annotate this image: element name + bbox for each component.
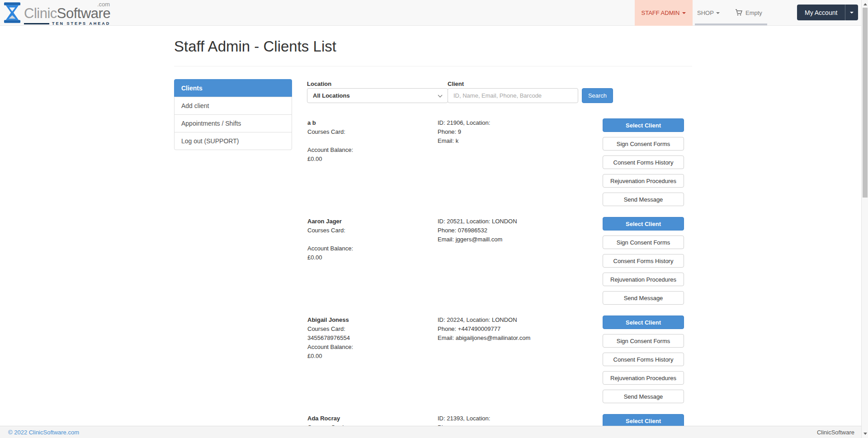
logo-tagline: TEN STEPS AHEAD <box>24 21 110 26</box>
scrollbar-down-arrow-icon[interactable] <box>863 433 867 435</box>
sidebar-item-log-out-support[interactable]: Log out (SUPPORT) <box>174 132 292 150</box>
client-info-column: a b Courses Card: Account Balance: £0.00 <box>307 118 434 164</box>
client-email: Email: jggers@maill.com <box>438 235 591 244</box>
clinic-logo[interactable]: .com ClinicSoftware TEN STEPS AHEAD <box>4 1 110 26</box>
hourglass-icon <box>4 2 21 25</box>
account-balance-label: Account Balance: <box>307 244 434 253</box>
client-search-form: Location Client All Locations Search <box>307 80 692 108</box>
clients-list: a b Courses Card: Account Balance: £0.00… <box>307 118 692 438</box>
caret-down-icon <box>850 12 854 14</box>
client-name: Ada Rocray <box>307 414 434 423</box>
scrollbar-thumb[interactable] <box>863 8 868 198</box>
client-info-column: Aaron Jager Courses Card: Account Balanc… <box>307 217 434 262</box>
search-button[interactable]: Search <box>582 88 613 103</box>
sidebar-item-clients[interactable]: Clients <box>174 79 292 97</box>
select-client-button[interactable]: Select Client <box>603 217 684 231</box>
caret-down-icon <box>716 12 720 14</box>
client-search-input[interactable] <box>448 88 578 103</box>
client-name: Abigail Joness <box>307 316 434 325</box>
sidebar: ClientsAdd clientAppointments / ShiftsLo… <box>174 79 292 150</box>
nav-staff-admin-dropdown[interactable]: STAFF ADMIN <box>635 0 693 26</box>
footer: © 2022 ClinicSoftware.com ClinicSoftware <box>0 426 868 438</box>
sidebar-item-appointments-shifts[interactable]: Appointments / Shifts <box>174 114 292 132</box>
cart-icon <box>735 9 743 17</box>
footer-brand: ClinicSoftware <box>817 429 854 436</box>
courses-card-value <box>307 235 434 244</box>
client-row: Aaron Jager Courses Card: Account Balanc… <box>307 217 692 305</box>
courses-card-value: 3455678976554 <box>307 334 434 343</box>
consent-forms-history-button[interactable]: Consent Forms History <box>603 155 684 169</box>
select-client-button[interactable]: Select Client <box>603 316 684 329</box>
sidebar-item-add-client[interactable]: Add client <box>174 97 292 115</box>
page-header: Staff Admin - Clients List <box>174 30 692 66</box>
sign-consent-forms-button[interactable]: Sign Consent Forms <box>603 235 684 249</box>
client-email: Email: abigailjones@mailinator.com <box>438 334 591 343</box>
rejuvenation-procedures-button[interactable]: Rejuvenation Procedures <box>603 174 684 188</box>
logo-wordmark: .com ClinicSoftware TEN STEPS AHEAD <box>24 1 110 26</box>
client-id-location: ID: 21906, Location: <box>438 118 591 127</box>
account-balance-label: Account Balance: <box>307 343 434 352</box>
account-balance-value: £0.00 <box>307 253 434 262</box>
client-row: Abigail Joness Courses Card: 34556789765… <box>307 316 692 403</box>
page-title: Staff Admin - Clients List <box>174 38 692 55</box>
client-id-location: ID: 20521, Location: LONDON <box>438 217 591 226</box>
client-name: a b <box>307 118 434 127</box>
client-id-location: ID: 20224, Location: LONDON <box>438 316 591 325</box>
location-label: Location <box>307 80 331 87</box>
nav-scrollbar-thumb[interactable] <box>695 24 767 25</box>
nav-cart[interactable]: Empty <box>735 0 762 26</box>
client-name: Aaron Jager <box>307 217 434 226</box>
tagline-rule <box>24 23 49 24</box>
sign-consent-forms-button[interactable]: Sign Consent Forms <box>603 137 684 151</box>
location-select[interactable]: All Locations <box>307 88 448 103</box>
client-contact-column: ID: 20224, Location: LONDON Phone: +4474… <box>438 316 591 343</box>
my-account-button[interactable]: My Account <box>797 5 845 20</box>
my-account-split-button: My Account <box>797 5 858 20</box>
footer-copyright-link[interactable]: © 2022 ClinicSoftware.com <box>8 429 79 436</box>
client-row: a b Courses Card: Account Balance: £0.00… <box>307 118 692 206</box>
logo-tld: .com <box>97 1 110 8</box>
client-actions: Select ClientSign Consent FormsConsent F… <box>603 316 684 408</box>
rejuvenation-procedures-button[interactable]: Rejuvenation Procedures <box>603 371 684 385</box>
sign-consent-forms-button[interactable]: Sign Consent Forms <box>603 334 684 348</box>
scrollbar-up-arrow-icon[interactable] <box>863 3 867 5</box>
client-info-column: Abigail Joness Courses Card: 34556789765… <box>307 316 434 361</box>
send-message-button[interactable]: Send Message <box>603 390 684 403</box>
courses-card-label: Courses Card: <box>307 325 434 334</box>
top-navbar: .com ClinicSoftware TEN STEPS AHEAD STAF… <box>0 0 868 26</box>
client-actions: Select ClientSign Consent FormsConsent F… <box>603 217 684 310</box>
caret-down-icon <box>682 12 686 14</box>
select-client-button[interactable]: Select Client <box>603 118 684 132</box>
rejuvenation-procedures-button[interactable]: Rejuvenation Procedures <box>603 273 684 286</box>
client-phone: Phone: 076986532 <box>438 226 591 235</box>
consent-forms-history-button[interactable]: Consent Forms History <box>603 254 684 268</box>
consent-forms-history-button[interactable]: Consent Forms History <box>603 353 684 366</box>
courses-card-value <box>307 137 434 146</box>
send-message-button[interactable]: Send Message <box>603 193 684 206</box>
courses-card-label: Courses Card: <box>307 226 434 235</box>
client-label: Client <box>448 80 464 87</box>
client-phone: Phone: 9 <box>438 127 591 137</box>
account-balance-value: £0.00 <box>307 352 434 361</box>
chevron-down-icon <box>438 93 443 98</box>
client-contact-column: ID: 21906, Location: Phone: 9 Email: k <box>438 118 591 146</box>
vertical-scrollbar[interactable] <box>861 0 868 438</box>
client-contact-column: ID: 20521, Location: LONDON Phone: 07698… <box>438 217 591 244</box>
client-id-location: ID: 21393, Location: <box>438 414 591 423</box>
cart-status-label: Empty <box>745 9 762 16</box>
my-account-caret-button[interactable] <box>845 5 858 20</box>
client-email: Email: k <box>438 137 591 146</box>
courses-card-label: Courses Card: <box>307 127 434 137</box>
nav-shop-dropdown[interactable]: SHOP <box>697 0 720 26</box>
account-balance-label: Account Balance: <box>307 146 434 155</box>
client-actions: Select ClientSign Consent FormsConsent F… <box>603 118 684 211</box>
client-phone: Phone: +447490009777 <box>438 325 591 334</box>
logo-brand: ClinicSoftware <box>24 5 110 21</box>
account-balance-value: £0.00 <box>307 155 434 164</box>
send-message-button[interactable]: Send Message <box>603 291 684 305</box>
